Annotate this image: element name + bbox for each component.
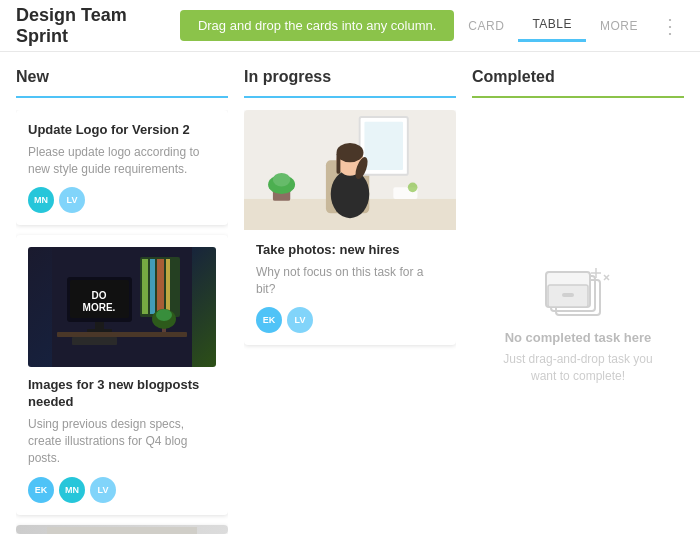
column-inprogress-cards: Take photos: new hires Why not focus on … [244, 110, 456, 534]
card-description: Why not focus on this task for a bit? [256, 264, 444, 298]
empty-state-title: No completed task here [505, 330, 652, 345]
card-description: Using previous design specs, create illu… [28, 416, 216, 466]
card-image-person [244, 110, 456, 230]
toast-banner: Drag and drop the cards into any column. [180, 10, 454, 41]
svg-point-16 [156, 309, 172, 321]
avatar-mn: MN [59, 477, 85, 503]
svg-rect-10 [95, 322, 104, 330]
empty-state-completed: No completed task here Just drag-and-dro… [472, 110, 684, 534]
svg-text:DO: DO [92, 290, 107, 301]
column-inprogress-header: In progress [244, 68, 456, 98]
svg-point-50 [408, 183, 418, 193]
svg-rect-13 [72, 337, 117, 345]
column-new-cards: Update Logo for Version 2 Please update … [16, 110, 228, 534]
card-image-keyboard [16, 525, 228, 534]
card-photos-new-hires[interactable]: Take photos: new hires Why not focus on … [244, 110, 456, 345]
svg-rect-3 [150, 259, 155, 314]
app-header: Design Team Sprint Drag and drop the car… [0, 0, 700, 52]
card-avatars: EK MN LV [28, 477, 216, 503]
column-new-header: New [16, 68, 228, 98]
svg-point-53 [273, 173, 290, 186]
avatar-lv: LV [90, 477, 116, 503]
svg-rect-43 [364, 122, 403, 170]
card-body: Take photos: new hires Why not focus on … [244, 230, 456, 345]
card-image-desk: DO MORE. [28, 247, 216, 367]
card-title: Update Logo for Version 2 [28, 122, 216, 139]
svg-rect-12 [57, 332, 187, 337]
card-title: Take photos: new hires [256, 242, 444, 259]
card-update-logo[interactable]: Update Logo for Version 2 Please update … [16, 110, 228, 225]
svg-rect-2 [142, 259, 148, 314]
more-options-button[interactable]: ⋮ [656, 14, 684, 38]
avatar-ek: EK [256, 307, 282, 333]
svg-rect-17 [47, 527, 197, 534]
column-completed-header: Completed [472, 68, 684, 98]
kanban-board: New Update Logo for Version 2 Please upd… [0, 52, 700, 550]
tab-card[interactable]: CARD [454, 11, 518, 41]
card-description: Please update logo according to new styl… [28, 144, 216, 178]
card-title: Images for 3 new blogposts needed [28, 377, 216, 411]
tab-table[interactable]: TABLE [518, 9, 586, 42]
card-keyboard[interactable] [16, 525, 228, 534]
tab-more[interactable]: MORE [586, 11, 652, 41]
avatar-lv: LV [287, 307, 313, 333]
column-completed-cards: No completed task here Just drag-and-dro… [472, 110, 684, 534]
card-avatars: MN LV [28, 187, 216, 213]
card-blogposts[interactable]: DO MORE. [16, 235, 228, 514]
svg-rect-58 [562, 293, 574, 297]
svg-text:MORE.: MORE. [83, 302, 116, 313]
svg-rect-4 [157, 259, 164, 314]
svg-rect-11 [87, 329, 112, 332]
column-completed: Completed [472, 68, 684, 534]
avatar-mn: MN [28, 187, 54, 213]
nav-tabs: CARD TABLE MORE [454, 9, 652, 42]
card-avatars: EK LV [256, 307, 444, 333]
desk-image-placeholder: DO MORE. [28, 247, 216, 367]
empty-state-icon [538, 260, 618, 330]
column-inprogress: In progress [244, 68, 456, 534]
svg-rect-47 [337, 153, 341, 174]
avatar-ek: EK [28, 477, 54, 503]
page-title: Design Team Sprint [16, 5, 164, 47]
svg-rect-5 [166, 259, 170, 314]
avatar-lv: LV [59, 187, 85, 213]
empty-state-description: Just drag-and-drop task you want to comp… [492, 351, 664, 385]
svg-point-46 [337, 143, 364, 162]
svg-point-44 [331, 170, 370, 218]
column-new: New Update Logo for Version 2 Please upd… [16, 68, 228, 534]
